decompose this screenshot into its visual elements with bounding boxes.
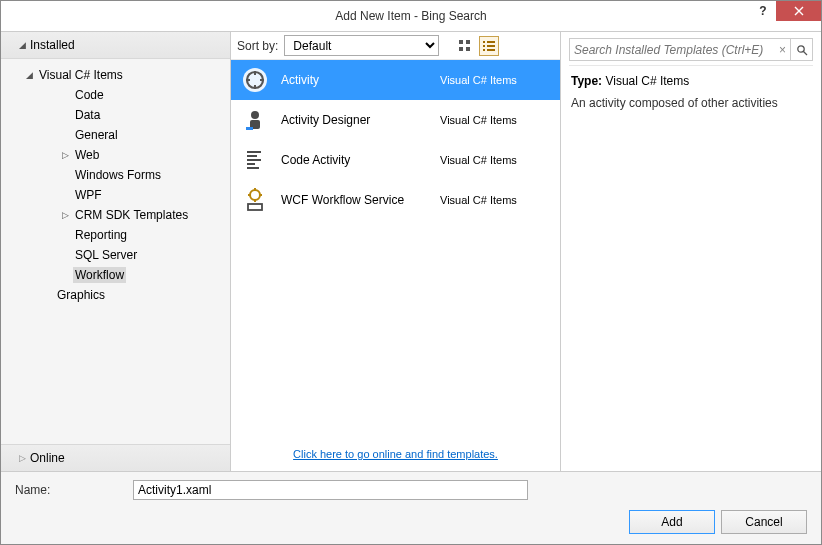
- template-category: Visual C# Items: [440, 154, 550, 166]
- titlebar: Add New Item - Bing Search ?: [1, 1, 821, 31]
- tree-item-general[interactable]: General: [1, 125, 230, 145]
- tree-item-graphics[interactable]: Graphics: [1, 285, 230, 305]
- window-controls: ?: [750, 1, 821, 21]
- details-description: An activity composed of other activities: [571, 96, 811, 110]
- tree-item-label: Graphics: [55, 287, 107, 303]
- tree-item-label: Workflow: [73, 267, 126, 283]
- template-item[interactable]: Code ActivityVisual C# Items: [231, 140, 560, 180]
- online-templates-link-row: Click here to go online and find templat…: [231, 437, 560, 471]
- window-title: Add New Item - Bing Search: [335, 9, 486, 23]
- tree-item-label: SQL Server: [73, 247, 139, 263]
- svg-rect-14: [246, 127, 253, 130]
- tree-item-label: Web: [73, 147, 101, 163]
- tree-item-crm-sdk-templates[interactable]: ▷CRM SDK Templates: [1, 205, 230, 225]
- template-toolbar: Sort by: Default: [231, 32, 560, 60]
- dialog-footer: Name: Add Cancel: [1, 471, 821, 544]
- sidebar-header-online[interactable]: ▷ Online: [1, 444, 230, 471]
- clear-icon[interactable]: ×: [779, 43, 786, 57]
- collapse-icon: ◢: [19, 40, 26, 50]
- svg-point-12: [251, 111, 259, 119]
- expand-icon: ▷: [19, 453, 26, 463]
- expand-icon: ◢: [23, 70, 35, 80]
- svg-point-17: [797, 45, 803, 51]
- help-button[interactable]: ?: [750, 1, 776, 21]
- search-box[interactable]: ×: [569, 38, 791, 61]
- template-item[interactable]: ActivityVisual C# Items: [231, 60, 560, 100]
- tree-item-label: General: [73, 127, 120, 143]
- tree-item-label: Data: [73, 107, 102, 123]
- button-row: Add Cancel: [15, 510, 807, 536]
- tree-item-label: Code: [73, 87, 106, 103]
- svg-rect-0: [459, 40, 463, 44]
- tree-item-label: WPF: [73, 187, 104, 203]
- svg-rect-7: [487, 45, 495, 47]
- template-category: Visual C# Items: [440, 194, 550, 206]
- svg-rect-8: [483, 49, 485, 51]
- svg-rect-5: [487, 41, 495, 43]
- template-name: WCF Workflow Service: [281, 193, 428, 207]
- svg-point-15: [250, 190, 260, 200]
- view-tiles-button[interactable]: [455, 36, 475, 56]
- tree-root-label: Visual C# Items: [37, 67, 125, 83]
- search-row: ×: [569, 38, 813, 66]
- name-row: Name:: [15, 480, 807, 500]
- tree-item-web[interactable]: ▷Web: [1, 145, 230, 165]
- search-button[interactable]: [791, 38, 813, 61]
- close-button[interactable]: [776, 1, 821, 21]
- service-icon: [241, 186, 269, 214]
- template-panel: Sort by: Default ActivityVisual C# Items…: [231, 32, 561, 471]
- svg-rect-4: [483, 41, 485, 43]
- svg-rect-16: [248, 204, 262, 210]
- sidebar-header-installed[interactable]: ◢ Installed: [1, 32, 230, 59]
- sidebar-online-label: Online: [30, 451, 65, 465]
- template-name: Activity: [281, 73, 428, 87]
- sort-by-label: Sort by:: [237, 39, 278, 53]
- template-item[interactable]: WCF Workflow ServiceVisual C# Items: [231, 180, 560, 220]
- name-label: Name:: [15, 483, 125, 497]
- code-icon: [241, 146, 269, 174]
- template-category: Visual C# Items: [440, 74, 550, 86]
- svg-rect-1: [459, 47, 463, 51]
- expand-icon: ▷: [59, 150, 71, 160]
- view-list-button[interactable]: [479, 36, 499, 56]
- tree-item-label: Windows Forms: [73, 167, 163, 183]
- activity-icon: [241, 66, 269, 94]
- online-templates-link[interactable]: Click here to go online and find templat…: [293, 448, 498, 460]
- dialog-body: ◢ Installed ◢ Visual C# Items CodeDataGe…: [1, 31, 821, 471]
- tree-item-sql-server[interactable]: SQL Server: [1, 245, 230, 265]
- svg-rect-3: [466, 47, 470, 51]
- tree-item-reporting[interactable]: Reporting: [1, 225, 230, 245]
- add-button[interactable]: Add: [629, 510, 715, 534]
- tree-item-workflow[interactable]: Workflow: [1, 265, 230, 285]
- search-input[interactable]: [574, 43, 779, 57]
- tree-item-windows-forms[interactable]: Windows Forms: [1, 165, 230, 185]
- svg-rect-6: [483, 45, 485, 47]
- designer-icon: [241, 106, 269, 134]
- category-sidebar: ◢ Installed ◢ Visual C# Items CodeDataGe…: [1, 32, 231, 471]
- expand-icon: ▷: [59, 210, 71, 220]
- name-input[interactable]: [133, 480, 528, 500]
- sort-by-select[interactable]: Default: [284, 35, 439, 56]
- template-item[interactable]: Activity DesignerVisual C# Items: [231, 100, 560, 140]
- tree-item-data[interactable]: Data: [1, 105, 230, 125]
- tree-item-code[interactable]: Code: [1, 85, 230, 105]
- template-name: Code Activity: [281, 153, 428, 167]
- details-type-value: Visual C# Items: [605, 74, 689, 88]
- template-name: Activity Designer: [281, 113, 428, 127]
- tree-item-label: CRM SDK Templates: [73, 207, 190, 223]
- cancel-button[interactable]: Cancel: [721, 510, 807, 534]
- category-tree: ◢ Visual C# Items CodeDataGeneral▷WebWin…: [1, 59, 230, 444]
- sidebar-header-label: Installed: [30, 38, 75, 52]
- tree-item-label: Reporting: [73, 227, 129, 243]
- details-type: Type: Visual C# Items: [571, 74, 811, 88]
- svg-rect-2: [466, 40, 470, 44]
- details-type-label: Type:: [571, 74, 602, 88]
- template-category: Visual C# Items: [440, 114, 550, 126]
- svg-rect-9: [487, 49, 495, 51]
- svg-line-18: [803, 51, 807, 55]
- tree-root[interactable]: ◢ Visual C# Items: [1, 65, 230, 85]
- details-panel: × Type: Visual C# Items An activity comp…: [561, 32, 821, 471]
- template-list: ActivityVisual C# ItemsActivity Designer…: [231, 60, 560, 437]
- tree-item-wpf[interactable]: WPF: [1, 185, 230, 205]
